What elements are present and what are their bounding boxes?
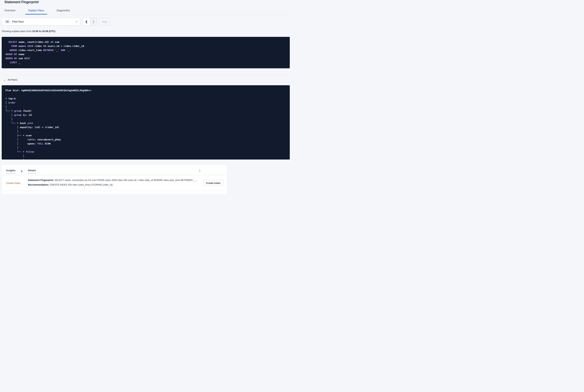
chevron-down-icon bbox=[75, 20, 78, 22]
tab-overview[interactable]: Overview bbox=[1, 9, 18, 14]
tab-bar: Overview Explain Plans Diagnostics bbox=[0, 6, 292, 14]
sql-statement-block: SELECT name, count(rides.id) AS sum FROM… bbox=[2, 37, 290, 68]
header-divider bbox=[3, 175, 226, 175]
sort-icon-details[interactable] bbox=[199, 170, 201, 172]
insight-create-index-link[interactable]: Create Index bbox=[6, 182, 20, 184]
all-plans-label: All Plans bbox=[8, 78, 17, 81]
insights-card: Insights Details Create Index Statement … bbox=[2, 165, 227, 194]
blank-line bbox=[5, 92, 290, 96]
arrow-left-icon: ← bbox=[3, 78, 6, 81]
section-divider bbox=[2, 75, 290, 75]
statement-fingerprint-page: Statement Fingerprint Overview Explain P… bbox=[0, 0, 292, 196]
prev-range-button[interactable]: ❮ bbox=[83, 18, 90, 25]
plan-gist-block: Plan Gist: AgHUAQIABQAAAAHYAQIAiAEAAAADC… bbox=[2, 85, 290, 160]
row-divider bbox=[3, 190, 226, 191]
plan-gist-line: Plan Gist: AgHUAQIABQAAAAHYAQIAiAEAAAADC… bbox=[5, 88, 290, 92]
detail-statement-fingerprint: Statement Fingerprint: SELECT name, coun… bbox=[28, 179, 197, 182]
chevron-right-icon: ❯ bbox=[92, 20, 95, 23]
sort-up-arrow-icon bbox=[21, 170, 23, 170]
interval-badge: 1h bbox=[5, 20, 10, 24]
range-caption-bold: 15:00 to 16:59 (UTC) bbox=[32, 30, 55, 32]
time-range-label: Past Hour bbox=[12, 20, 24, 23]
next-range-button-disabled[interactable]: ❯ bbox=[90, 18, 97, 25]
column-header-insights[interactable]: Insights bbox=[6, 169, 15, 174]
plan-gist-value: AgHUAQIABQAAAAHYAQIAiAEAAAADCQACAgAABQIL… bbox=[21, 89, 91, 92]
page-title: Statement Fingerprint bbox=[4, 0, 39, 4]
sort-up-arrow-icon bbox=[199, 170, 201, 170]
plan-tree: • top-k│ order│└── • group (hash) │ grou… bbox=[5, 96, 290, 160]
insights-table-header: Insights Details bbox=[2, 165, 227, 175]
range-caption: Showing explain plans from 15:00 to 16:5… bbox=[2, 30, 55, 32]
create-index-button[interactable]: Create Index bbox=[203, 180, 223, 186]
sort-icon-insights[interactable] bbox=[21, 170, 23, 172]
time-range-dropdown[interactable]: 1h Past Hour bbox=[2, 18, 80, 26]
time-nav-group: ❮ ❯ bbox=[83, 18, 97, 26]
sort-down-arrow-icon bbox=[21, 171, 23, 172]
sql-statement-code: SELECT name, count(rides.id) AS sum FROM… bbox=[2, 37, 290, 64]
all-plans-back-link[interactable]: ← All Plans bbox=[3, 78, 17, 81]
now-button-disabled[interactable]: Now bbox=[99, 18, 110, 26]
plan-gist-code: Plan Gist: AgHUAQIABQAAAAHYAQIAiAEAAAADC… bbox=[2, 85, 290, 160]
tab-diagnostics[interactable]: Diagnostics bbox=[53, 9, 73, 14]
plan-gist-label: Plan Gist: bbox=[5, 89, 21, 92]
chevron-left-icon: ❮ bbox=[85, 20, 88, 23]
detail-recommendation: Recommendation: CREATE INDEX ON rides (s… bbox=[28, 183, 113, 186]
tab-explain-plans[interactable]: Explain Plans bbox=[25, 9, 47, 14]
sort-down-arrow-icon bbox=[199, 171, 201, 172]
column-header-details[interactable]: Details bbox=[28, 169, 36, 174]
